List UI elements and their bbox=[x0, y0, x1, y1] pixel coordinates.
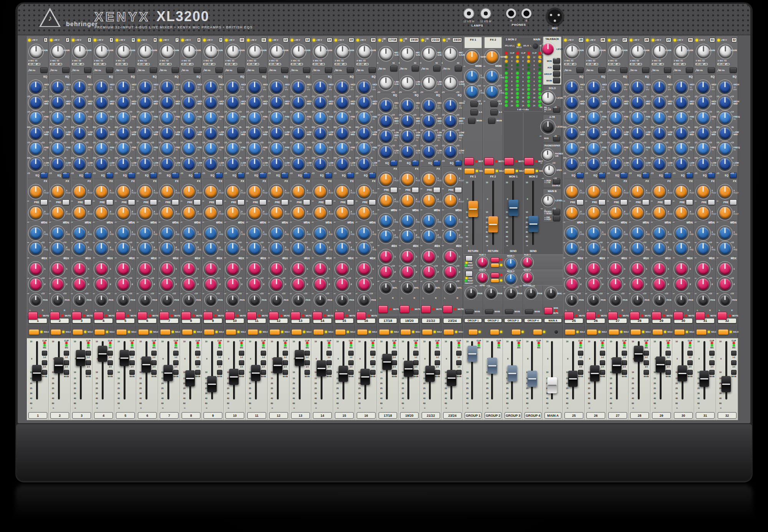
group-pan-knob[interactable] bbox=[506, 288, 516, 298]
aux1-send-knob[interactable] bbox=[402, 251, 413, 262]
solo-button[interactable] bbox=[718, 329, 728, 335]
eq-knob-1[interactable] bbox=[183, 97, 195, 108]
eq-knob-3[interactable] bbox=[588, 128, 599, 139]
routing-button-3-4[interactable] bbox=[239, 360, 244, 365]
mon-send-fader[interactable] bbox=[508, 200, 518, 216]
fx1-send-knob[interactable] bbox=[402, 174, 413, 185]
gain-knob[interactable] bbox=[337, 46, 348, 57]
mute-button[interactable] bbox=[356, 312, 366, 320]
eq-knob-4[interactable] bbox=[654, 143, 665, 154]
channel-fader[interactable] bbox=[207, 376, 217, 392]
mon2-send-knob[interactable] bbox=[423, 230, 435, 242]
eq-knob-3[interactable] bbox=[697, 128, 709, 139]
eq-knob-4[interactable] bbox=[205, 143, 217, 154]
routing-button-3-4[interactable] bbox=[435, 360, 440, 365]
eq-knob-1[interactable] bbox=[719, 97, 731, 108]
aux1-send-knob[interactable] bbox=[423, 251, 435, 262]
eq-knob-2[interactable] bbox=[632, 112, 643, 124]
eq-knob-0[interactable] bbox=[380, 100, 392, 111]
solo-button[interactable] bbox=[94, 329, 105, 335]
eq-knob-4[interactable] bbox=[336, 143, 348, 154]
eq-knob-1[interactable] bbox=[610, 97, 621, 108]
assign-button-MAIN[interactable] bbox=[468, 118, 475, 124]
aux1-send-knob[interactable] bbox=[719, 263, 731, 275]
eq-knob-2[interactable] bbox=[697, 112, 709, 124]
eq-knob-5[interactable] bbox=[249, 158, 260, 170]
eq-knob-0[interactable] bbox=[402, 100, 413, 111]
mon2-send-knob[interactable] bbox=[697, 243, 709, 254]
routing-button-1-2[interactable] bbox=[456, 351, 462, 356]
routing-button-3-4[interactable] bbox=[129, 360, 135, 365]
routing-button-MAIN[interactable] bbox=[578, 370, 583, 375]
eq-knob-2[interactable] bbox=[161, 112, 173, 124]
aux2-send-knob[interactable] bbox=[588, 278, 599, 290]
mon1-send-knob[interactable] bbox=[610, 227, 621, 239]
aux2-send-knob[interactable] bbox=[719, 278, 731, 290]
mon2-knob[interactable] bbox=[466, 86, 478, 98]
bal-knob[interactable] bbox=[403, 283, 412, 293]
mon1-send-knob[interactable] bbox=[161, 227, 173, 239]
fx2-send-knob[interactable] bbox=[314, 207, 326, 219]
channel-fader[interactable] bbox=[487, 358, 497, 374]
assign-button-1-2[interactable] bbox=[490, 101, 498, 107]
mon1-send-knob[interactable] bbox=[654, 227, 665, 239]
aux1-send-knob[interactable] bbox=[632, 263, 643, 275]
routing-button-MAIN[interactable] bbox=[129, 370, 135, 375]
mon2-send-knob[interactable] bbox=[719, 243, 731, 254]
routing-button-3-4[interactable] bbox=[644, 360, 649, 365]
routing-button-3-4[interactable] bbox=[392, 360, 397, 365]
lowcut-button[interactable] bbox=[620, 67, 627, 73]
eq-knob-0[interactable] bbox=[632, 81, 643, 93]
fx2-send-knob[interactable] bbox=[96, 207, 107, 219]
routing-button-MAIN[interactable] bbox=[348, 370, 354, 375]
stereo-mono-button[interactable] bbox=[553, 209, 560, 215]
solo-button[interactable] bbox=[160, 329, 170, 335]
solo-button[interactable] bbox=[270, 329, 280, 335]
pan-knob[interactable] bbox=[53, 295, 63, 305]
mon2-knob[interactable] bbox=[486, 86, 498, 98]
pan-knob[interactable] bbox=[359, 295, 369, 305]
solo-button[interactable] bbox=[51, 329, 61, 335]
mon2-send-knob[interactable] bbox=[358, 243, 370, 254]
eq-knob-3[interactable] bbox=[654, 128, 665, 139]
aux1-send-knob[interactable] bbox=[52, 263, 63, 275]
mute-button[interactable] bbox=[72, 312, 81, 320]
routing-button-1-2[interactable] bbox=[731, 351, 737, 356]
aux-pre-post-button[interactable] bbox=[465, 271, 473, 277]
eq-knob-1[interactable] bbox=[96, 97, 107, 108]
routing-button-3-4[interactable] bbox=[217, 360, 222, 365]
channel-fader[interactable] bbox=[547, 377, 557, 393]
eq-knob-0[interactable] bbox=[249, 81, 260, 93]
gain-knob[interactable] bbox=[293, 46, 305, 57]
solo-button[interactable] bbox=[204, 329, 214, 335]
aux1-send-knob[interactable] bbox=[380, 251, 392, 262]
routing-button-MAIN[interactable] bbox=[64, 370, 69, 375]
eq-knob-3[interactable] bbox=[227, 128, 238, 139]
eq-knob-0[interactable] bbox=[610, 81, 621, 93]
aux2-send-knob[interactable] bbox=[30, 278, 41, 290]
routing-button-3-4[interactable] bbox=[173, 360, 179, 365]
lowcut-button[interactable] bbox=[215, 67, 223, 73]
eq-knob-1[interactable] bbox=[74, 97, 85, 108]
routing-button-MAIN[interactable] bbox=[261, 370, 266, 375]
mon2-send-knob[interactable] bbox=[161, 243, 173, 254]
lowcut-button[interactable] bbox=[433, 66, 440, 71]
routing-button-MAIN[interactable] bbox=[151, 370, 157, 375]
eq-knob-4[interactable] bbox=[719, 143, 731, 154]
mon1-send-knob[interactable] bbox=[205, 227, 217, 239]
aux1-send-knob[interactable] bbox=[675, 263, 687, 275]
pan-knob[interactable] bbox=[97, 295, 106, 305]
aux-mute-button[interactable] bbox=[491, 273, 499, 278]
routing-button-MAIN[interactable] bbox=[392, 370, 397, 375]
eq-knob-2[interactable] bbox=[271, 112, 282, 124]
aux2-send-knob[interactable] bbox=[161, 278, 173, 290]
mon2-send-knob[interactable] bbox=[588, 243, 599, 254]
eq-knob-3[interactable] bbox=[380, 146, 392, 157]
routing-button-MAIN[interactable] bbox=[283, 370, 288, 375]
fx2-send-knob[interactable] bbox=[445, 195, 456, 206]
routing-button-1-2[interactable] bbox=[326, 351, 332, 356]
aux2-send-knob[interactable] bbox=[632, 278, 643, 290]
eq-knob-1[interactable] bbox=[423, 115, 435, 127]
eq-knob-4[interactable] bbox=[293, 143, 304, 154]
aux-mute-button[interactable] bbox=[491, 257, 499, 262]
